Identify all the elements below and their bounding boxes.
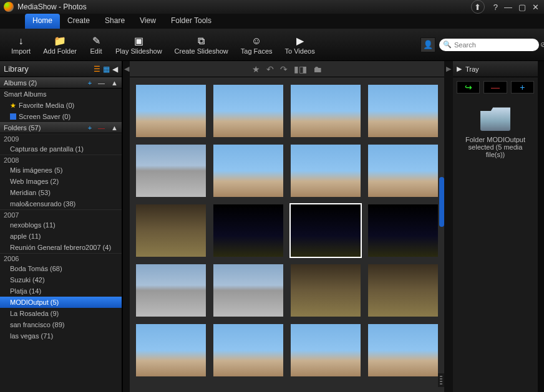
thumbnail[interactable] [136, 264, 206, 317]
collapse-arrow-icon[interactable]: ▲ [111, 79, 118, 87]
toolbar: ↓Import 📁Add Folder ✎Edit ▣Play Slidesho… [0, 29, 544, 61]
minimize-button[interactable]: — [503, 2, 513, 12]
create-slideshow-label: Create Slideshow [175, 47, 228, 55]
collapse-left-icon[interactable]: ◀ [112, 65, 118, 74]
tray-plus-button[interactable]: + [511, 81, 534, 93]
thumbnail[interactable] [213, 264, 283, 317]
edit-icon: ✎ [89, 35, 103, 47]
folder-item[interactable]: Platja (14) [0, 285, 122, 297]
zoom-handle[interactable] [438, 373, 444, 387]
account-button[interactable]: 👤 [420, 37, 435, 52]
folder-item[interactable]: Suzuki (42) [0, 274, 122, 285]
tray-collapse-icon[interactable]: ▶ [457, 65, 462, 73]
folder-item[interactable]: san francisco (89) [0, 319, 122, 330]
smart-albums-item[interactable]: Smart Albums [0, 88, 122, 100]
clear-search-icon[interactable]: ⊘ [540, 41, 544, 49]
thumbnail[interactable] [368, 85, 438, 137]
rotate-right-icon[interactable]: ↷ [280, 64, 288, 74]
close-button[interactable]: ✕ [531, 2, 540, 12]
year-header[interactable]: 2006 [0, 253, 122, 263]
thumbnail[interactable] [136, 85, 206, 137]
year-header[interactable]: 2008 [0, 155, 122, 165]
folder-item[interactable]: La Rosaleda (9) [0, 308, 122, 319]
folder-item[interactable]: Meridian (53) [0, 187, 122, 198]
rotate-left-icon[interactable]: ↶ [266, 64, 274, 74]
to-videos-button[interactable]: ▶To Videos [279, 35, 321, 55]
menu-tab-home[interactable]: Home [25, 14, 60, 29]
create-slideshow-button[interactable]: ⧉Create Slideshow [168, 35, 235, 55]
maximize-button[interactable]: ▢ [517, 2, 527, 12]
thumbnail-selected[interactable] [291, 204, 361, 257]
view-list-icon[interactable]: ☰ [94, 65, 100, 74]
view-grid-icon[interactable]: ▦ [103, 65, 110, 74]
folder-item[interactable]: Reunión General febrero2007 (4) [0, 242, 122, 253]
thumbnail[interactable] [291, 145, 361, 197]
search-input[interactable] [454, 41, 540, 49]
thumbnail[interactable] [368, 204, 438, 257]
import-button[interactable]: ↓Import [5, 35, 37, 55]
folder-item[interactable]: malo&censurado (38) [0, 198, 122, 209]
thumbnail[interactable] [136, 204, 206, 257]
thumbnail[interactable] [291, 324, 361, 376]
menu-tab-view[interactable]: View [132, 14, 163, 29]
edit-button[interactable]: ✎Edit [83, 35, 109, 55]
window-buttons: ⬆ ? — ▢ ✕ [471, 0, 540, 14]
menu-tab-share[interactable]: Share [97, 14, 132, 29]
thumbnail[interactable] [291, 264, 361, 317]
folder-item[interactable]: MODIOutput (5) [0, 297, 122, 308]
create-slideshow-icon: ⧉ [195, 35, 208, 47]
play-icon: ▶ [293, 35, 307, 47]
tag-faces-button[interactable]: ☺Tag Faces [235, 35, 279, 55]
far-right-bar [538, 61, 544, 392]
menu-tab-folder-tools[interactable]: Folder Tools [163, 14, 219, 29]
year-header[interactable]: 2007 [0, 209, 122, 219]
thumbnail[interactable] [136, 324, 206, 376]
thumbnail[interactable] [213, 85, 283, 137]
year-header[interactable]: 2009 [0, 133, 122, 143]
search-box[interactable]: 🔍 ⊘ [439, 39, 539, 51]
collapse-arrow-icon[interactable]: ▲ [111, 124, 118, 131]
star-icon: ★ [10, 102, 16, 110]
tag-icon[interactable]: ▮◨ [294, 64, 307, 74]
menu-tab-create[interactable]: Create [60, 14, 97, 29]
screen-saver-item[interactable]: Screen Saver (0) [0, 111, 122, 122]
thumbnail[interactable] [213, 204, 283, 257]
screen-icon [10, 113, 16, 120]
folder-item[interactable]: nexoblogs (11) [0, 219, 122, 231]
right-splitter[interactable]: ▶ [444, 61, 453, 392]
tray-panel: ▶ Tray ↪ — + Folder MODIOutput selected … [453, 61, 538, 392]
thumbnail[interactable] [213, 145, 283, 197]
folder-item[interactable]: apple (11) [0, 231, 122, 242]
folder-item[interactable]: Mis imágenes (5) [0, 165, 122, 176]
left-splitter[interactable]: ◀ [122, 61, 130, 392]
folder-item[interactable]: las vegas (71) [0, 330, 122, 342]
folder-item[interactable]: Web Images (2) [0, 176, 122, 187]
thumbnail[interactable] [368, 145, 438, 197]
add-album-icon[interactable]: + [88, 79, 92, 87]
play-slideshow-button[interactable]: ▣Play Slideshow [109, 35, 168, 55]
thumbnail[interactable] [368, 324, 438, 376]
minus-icon[interactable]: — [98, 79, 105, 87]
thumbnail[interactable] [368, 264, 438, 317]
folders-section-header[interactable]: Folders (57) +—▲ [0, 122, 122, 133]
scrollbar-thumb[interactable] [439, 177, 444, 227]
folder-item[interactable]: Capturas de pantalla (1) [0, 143, 122, 155]
folder-item[interactable]: Boda Tomás (68) [0, 263, 122, 274]
tray-remove-button[interactable]: — [483, 81, 507, 93]
upload-circle-button[interactable]: ⬆ [471, 0, 485, 14]
edit-label: Edit [90, 47, 102, 55]
thumbnail[interactable] [136, 145, 206, 197]
add-folder-button[interactable]: 📁Add Folder [37, 35, 83, 55]
tray-buttons: ↪ — + [453, 77, 538, 97]
stack-icon[interactable]: 🖿 [313, 64, 322, 74]
delete-folder-icon[interactable]: — [98, 124, 105, 131]
thumbnail-grid [130, 77, 444, 384]
help-button[interactable]: ? [492, 2, 499, 12]
favorite-media-item[interactable]: ★Favorite Media (0) [0, 100, 122, 111]
thumbnail[interactable] [213, 324, 283, 376]
add-folder-icon[interactable]: + [88, 124, 92, 131]
thumbnail[interactable] [291, 85, 361, 137]
tray-add-button[interactable]: ↪ [457, 81, 480, 93]
favorite-star-icon[interactable]: ★ [252, 64, 260, 74]
albums-section-header[interactable]: Albums (2) +—▲ [0, 77, 122, 88]
